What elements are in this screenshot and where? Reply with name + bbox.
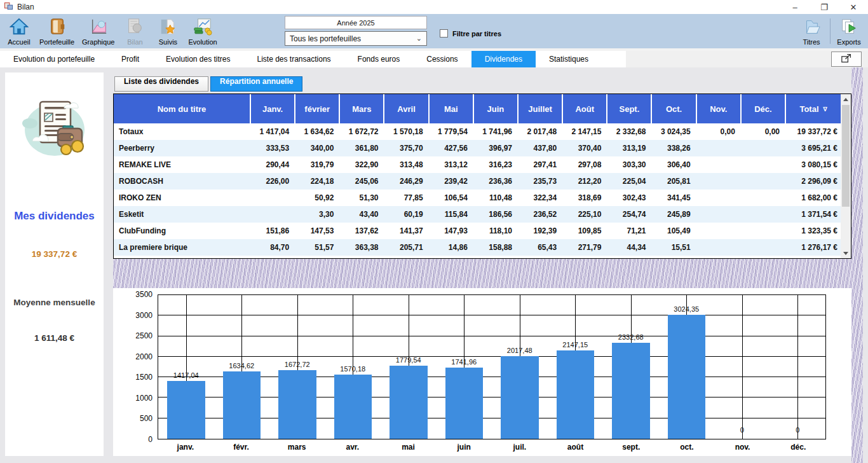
folder-star-icon <box>158 17 177 38</box>
accueil-button[interactable]: Accueil <box>3 15 36 48</box>
row-month-value: 341,45 <box>652 193 696 202</box>
bar-value-label: 0 <box>796 426 799 434</box>
table-row-peerberry[interactable]: Peerberry333,53340,00361,80375,70427,563… <box>114 140 841 156</box>
column-header-label: Mars <box>352 104 371 114</box>
row-month-value: 60,19 <box>384 210 429 219</box>
table-row-clubfunding[interactable]: ClubFunding151,86147,53137,62141,37147,9… <box>114 223 841 239</box>
maximize-button[interactable]: ❐ <box>810 0 839 14</box>
row-month-value: 2 332,68 <box>607 127 652 136</box>
table-row-totaux[interactable]: Totaux1 417,041 634,621 672,721 570,181 … <box>114 123 841 140</box>
dividends-table: Nom du titreJanv.févrierMarsAvrilMaiJuin… <box>113 93 851 259</box>
year-field[interactable]: Année 2025 <box>285 16 427 29</box>
checkbox-box[interactable] <box>440 29 448 38</box>
suivis-button[interactable]: Suivis <box>151 15 184 48</box>
table-row-remake-live[interactable]: REMAKE LIVE290,44319,79322,90313,48313,1… <box>114 156 841 173</box>
tab-fonds-euros[interactable]: Fonds euros <box>344 51 414 67</box>
row-month-value: 225,04 <box>607 177 652 186</box>
subtab-repartition-annuelle[interactable]: Répartition annuelle <box>210 76 302 92</box>
bar-avr[interactable] <box>334 375 372 439</box>
portfolio-select[interactable]: Tous les portefeuilles ⌄ <box>285 31 427 46</box>
table-scrollbar[interactable] <box>841 94 851 258</box>
content-area: Mes dividendes 19 337,72 € Moyenne mensu… <box>0 67 868 463</box>
row-total-value: 1 682,00 € <box>786 193 841 202</box>
row-month-value: 370,40 <box>563 144 607 153</box>
column-header-dec[interactable]: Déc. <box>742 94 786 123</box>
column-header-label: Oct. <box>666 104 682 114</box>
bar-juil[interactable] <box>501 356 539 439</box>
column-header-nov[interactable]: Nov. <box>697 94 742 123</box>
dividends-total: 19 337,72 € <box>5 249 104 259</box>
row-month-value: 118,10 <box>474 226 519 235</box>
bar-juin[interactable] <box>445 368 484 439</box>
column-header-mai[interactable]: Mai <box>430 94 474 123</box>
scrollbar-thumb[interactable] <box>842 105 850 207</box>
row-month-value: 77,85 <box>384 193 429 202</box>
row-month-value: 254,74 <box>607 210 652 219</box>
graphique-button[interactable]: Graphique <box>78 15 118 48</box>
tab-evolution-des-titres[interactable]: Evolution des titres <box>153 51 243 67</box>
dividends-illustration <box>17 90 92 169</box>
column-header-avril[interactable]: Avril <box>384 94 429 123</box>
bar-aout[interactable] <box>557 350 595 439</box>
x-tick-label-oct: oct. <box>659 439 715 455</box>
open-external-icon <box>840 53 853 66</box>
tab-liste-des-transactions[interactable]: Liste des transactions <box>244 51 344 67</box>
x-tick-label-sept: sept. <box>603 439 659 455</box>
tab-statistiques[interactable]: Statistiques <box>536 51 602 67</box>
bar-oct[interactable] <box>668 315 706 439</box>
table-row-iroko-zen[interactable]: IROKO ZEN50,9251,3077,85106,54110,48322,… <box>114 190 841 206</box>
filter-by-titles-label: Filtre par titres <box>452 30 501 38</box>
column-header-mars[interactable]: Mars <box>340 94 384 123</box>
monthly-average-label: Moyenne mensuelle <box>5 296 104 309</box>
portefeuille-button[interactable]: Portefeuille <box>36 15 78 48</box>
row-total-value: 19 337,72 € <box>786 127 841 136</box>
scroll-up-button[interactable] <box>841 94 851 104</box>
exports-button[interactable]: Exports <box>832 15 865 48</box>
subtab-liste-des-dividendes[interactable]: Liste des dividendes <box>114 76 208 92</box>
table-row-la-premiere-brique[interactable]: La premiere brique84,7051,57363,38205,71… <box>114 239 841 256</box>
tab-cessions[interactable]: Cessions <box>413 51 471 67</box>
y-tick-label: 0 <box>148 435 153 444</box>
portefeuille-label: Portefeuille <box>39 38 74 46</box>
window-title: Bilan <box>17 3 34 11</box>
filter-by-titles-checkbox[interactable]: Filtre par titres <box>440 29 501 38</box>
column-header-sept[interactable]: Sept. <box>607 94 652 123</box>
column-header-aout[interactable]: Août <box>563 94 607 123</box>
close-button[interactable]: ✕ <box>839 0 868 14</box>
evolution-button[interactable]: Evolution <box>184 15 220 48</box>
tab-dividendes[interactable]: Dividendes <box>471 51 536 67</box>
table-row-esketit[interactable]: Esketit3,3043,4060,19115,84186,56236,522… <box>114 206 841 223</box>
row-month-value: 212,20 <box>563 177 607 186</box>
column-header-juillet[interactable]: Juillet <box>519 94 563 123</box>
scroll-down-button[interactable] <box>841 248 851 258</box>
bar-mai[interactable] <box>390 366 428 439</box>
titres-button[interactable]: Titres <box>795 15 828 48</box>
chart-month-slot: 1570,18 <box>325 295 381 439</box>
minimize-button[interactable]: – <box>780 0 810 14</box>
bar-sept[interactable] <box>612 343 650 439</box>
x-tick-label-juil: juil. <box>492 439 548 455</box>
row-month-value: 1 779,54 <box>430 127 474 136</box>
table-row-robocash[interactable]: ROBOCASH226,00224,18245,06246,29239,4223… <box>114 173 841 190</box>
column-header-total[interactable]: Total∇ <box>786 94 841 123</box>
column-header-janv[interactable]: Janv. <box>251 94 295 123</box>
tab-evolution-du-portefeuille[interactable]: Evolution du portefeuille <box>0 51 108 67</box>
graphique-label: Graphique <box>82 38 114 46</box>
column-header-label: Janv. <box>262 104 283 114</box>
row-month-value: 65,43 <box>519 243 563 252</box>
wallet-book-icon <box>48 17 67 38</box>
bar-janv[interactable] <box>167 381 205 439</box>
tab-profit[interactable]: Profit <box>108 51 153 67</box>
column-header-label: Juin <box>487 104 505 114</box>
column-header-nom-du-titre[interactable]: Nom du titre <box>114 94 251 123</box>
row-month-value: 225,10 <box>563 210 607 219</box>
column-header-fevrier[interactable]: février <box>295 94 340 123</box>
bar-mars[interactable] <box>278 370 316 439</box>
row-month-value: 236,52 <box>519 210 563 219</box>
open-external-button[interactable] <box>831 52 862 67</box>
column-header-oct[interactable]: Oct. <box>652 94 696 123</box>
bar-fevr[interactable] <box>223 371 261 439</box>
y-tick-label: 1000 <box>135 394 153 403</box>
column-header-juin[interactable]: Juin <box>474 94 519 123</box>
row-month-value: 313,12 <box>430 160 474 169</box>
